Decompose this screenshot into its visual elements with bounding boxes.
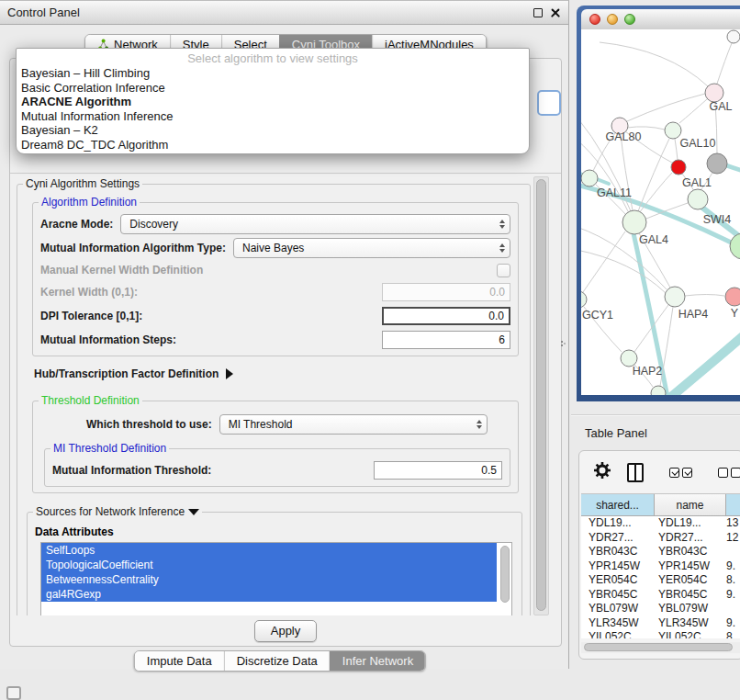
table-cell: YBR045C [581, 588, 655, 603]
algorithm-option-basic-correlation-inference[interactable]: Basic Correlation Inference [17, 81, 529, 96]
splitter-handle[interactable] [561, 341, 563, 343]
node-table: shared... name YDL19...YDL19...13YDR27..… [581, 493, 740, 638]
table-cell: YDL19... [581, 516, 655, 531]
zoom-icon[interactable] [624, 14, 635, 25]
manual-kernel-width-label: Manual Kernel Width Definition [40, 264, 203, 277]
table-row[interactable]: YDL19...YDL19...13 [581, 516, 740, 531]
tab-discretize-data[interactable]: Discretize Data [224, 651, 330, 671]
network-node[interactable] [727, 30, 740, 43]
table-cell: YPR145W [581, 559, 655, 574]
network-node-gal[interactable] [705, 84, 723, 102]
table-row[interactable]: YPR145WYPR145W9. [581, 559, 740, 574]
algorithm-option-aracne-algorithm[interactable]: ARACNE Algorithm [17, 95, 529, 109]
table-cell: 9. [726, 559, 740, 574]
network-node-y[interactable] [725, 288, 740, 306]
algorithm-definition-group: Algorithm Definition Aracne Mode: Discov… [32, 196, 519, 356]
close-icon[interactable] [589, 14, 600, 25]
table-cell: 12 [726, 531, 740, 546]
kernel-width-input[interactable] [382, 283, 510, 301]
apply-button[interactable]: Apply [254, 620, 318, 642]
data-attribute-item[interactable]: BetweennessCentrality [41, 572, 497, 587]
table-cell: YBR043C [581, 545, 655, 559]
network-node-gal10[interactable] [665, 122, 681, 139]
node-label: GAL80 [606, 130, 642, 143]
checked-column-icon[interactable] [669, 468, 679, 478]
dpi-tolerance-input[interactable] [382, 307, 510, 325]
split-columns-icon[interactable] [627, 463, 644, 482]
mi-threshold-input[interactable] [374, 461, 502, 480]
algorithm-combobox-fragment[interactable] [537, 90, 561, 116]
mi-steps-input[interactable] [382, 331, 510, 349]
network-view-window: GALGAL80GAL10GAL1SWI4GAL11GAL4GCY1HAP4YH… [577, 6, 740, 401]
stepper-arrows-icon [496, 220, 510, 229]
network-node-gal11[interactable] [581, 170, 598, 186]
data-attribute-item[interactable]: TopologicalCoefficient [41, 558, 497, 572]
control-panel-window: Control Panel NetworkStyleSelectCyni Too… [0, 0, 569, 669]
network-node[interactable] [730, 233, 740, 259]
float-icon[interactable] [533, 8, 543, 17]
unchecked-column-icon[interactable] [718, 468, 728, 478]
hub-definition-toggle[interactable]: Hub/Transcription Factor Definition [34, 366, 524, 382]
network-node-hap4[interactable] [665, 287, 685, 307]
column-header-partial[interactable] [726, 494, 740, 515]
close-icon[interactable] [550, 7, 561, 18]
minimize-icon[interactable] [607, 14, 618, 25]
node-label: HAP4 [678, 308, 709, 321]
algorithm-option-dream8-dc-tdc-algorithm[interactable]: Dream8 DC_TDC Algorithm [17, 138, 529, 152]
network-node[interactable] [707, 153, 727, 174]
network-node-gal4[interactable] [622, 210, 646, 234]
table-row[interactable]: YDR27...YDR27...12 [581, 531, 740, 546]
algorithm-dropdown-popup: Select algorithm to view settings Bayesi… [16, 48, 530, 154]
tab-label: Infer Network [342, 654, 413, 668]
gear-icon[interactable] [593, 461, 611, 483]
table-horizontal-scrollbar-thumb[interactable] [584, 643, 733, 651]
expanded-arrow-icon [188, 509, 199, 515]
column-header-name[interactable]: name [655, 494, 726, 515]
list-vertical-scrollbar[interactable] [500, 546, 510, 603]
table-row[interactable]: YER054CYER054C8. [581, 573, 740, 588]
table-row[interactable]: YBR045CYBR045C9. [581, 588, 740, 603]
checked-column-icon[interactable] [682, 468, 692, 478]
stepper-arrows-icon [496, 243, 510, 253]
data-attribute-item[interactable]: SelfLoops [41, 543, 497, 558]
table-row[interactable]: YBL079WYBL079W [581, 602, 740, 616]
algorithm-option-mutual-information-inference[interactable]: Mutual Information Inference [17, 109, 529, 124]
data-attribute-item[interactable]: gal4RGexp [41, 587, 497, 602]
data-attributes-list[interactable]: SelfLoopsTopologicalCoefficientBetweenne… [40, 542, 512, 615]
collapsed-arrow-icon [226, 368, 233, 379]
screenshot-root: Control Panel NetworkStyleSelectCyni Too… [0, 0, 740, 700]
tab-label: Impute Data [147, 654, 212, 668]
table-horizontal-scrollbar[interactable] [581, 642, 740, 653]
tab-label: Discretize Data [237, 654, 318, 668]
mi-algorithm-type-select[interactable]: Naive Bayes [233, 238, 510, 258]
aracne-mode-label: Aracne Mode: [40, 218, 113, 231]
unchecked-column-icon[interactable] [731, 468, 740, 478]
network-window-titlebar [581, 9, 740, 29]
network-node-gal1[interactable] [671, 160, 686, 175]
table-row[interactable]: YBR043CYBR043C [581, 545, 740, 559]
collapsed-panel-icon[interactable] [6, 686, 21, 700]
manual-kernel-width-checkbox[interactable] [497, 264, 510, 277]
algorithm-option-bayesian-k2[interactable]: Bayesian – K2 [17, 123, 529, 138]
settings-scrollbar-track[interactable] [533, 176, 549, 615]
table-cell: YDR27... [655, 531, 726, 546]
table-cell: YIL052C [655, 630, 726, 638]
network-canvas[interactable]: GALGAL80GAL10GAL1SWI4GAL11GAL4GCY1HAP4YH… [581, 29, 740, 395]
aracne-mode-select[interactable]: Discovery [120, 214, 510, 234]
column-header-shared-name[interactable]: shared... [581, 494, 655, 515]
node-label: GAL [709, 100, 732, 113]
mi-threshold-label: Mutual Information Threshold: [52, 464, 211, 477]
control-panel-titlebar: Control Panel [0, 1, 568, 25]
table-cell [726, 545, 740, 559]
settings-scrollbar-thumb[interactable] [536, 179, 546, 611]
tab-impute-data[interactable]: Impute Data [135, 651, 224, 671]
cyni-algorithm-settings-title: Cyni Algorithm Settings [23, 177, 142, 190]
sources-title[interactable]: Sources for Network Inference [33, 505, 202, 518]
table-row[interactable]: YIL052CYIL052C8. [581, 630, 740, 638]
table-row[interactable]: YLR345WYLR345W9. [581, 616, 740, 631]
network-node-gcy1[interactable] [581, 291, 587, 308]
algorithm-option-bayesian-hill-climbing[interactable]: Bayesian – Hill Climbing [17, 66, 529, 81]
tab-infer-network[interactable]: Infer Network [330, 651, 425, 671]
network-node-swi4[interactable] [688, 189, 708, 209]
which-threshold-select[interactable]: MI Threshold [219, 414, 488, 435]
